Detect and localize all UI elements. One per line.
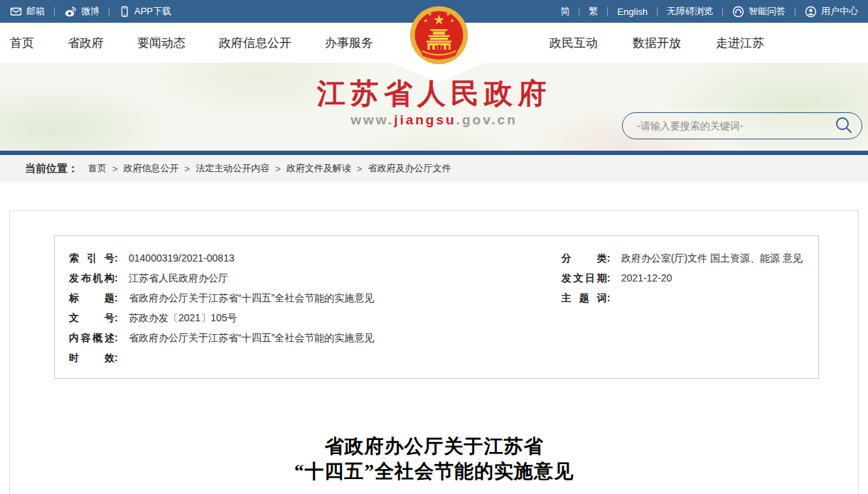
lang-simplified-link[interactable]: 简 bbox=[560, 5, 569, 18]
mail-label: 邮箱 bbox=[26, 5, 45, 18]
weibo-label: 微博 bbox=[81, 5, 100, 18]
mail-icon bbox=[10, 6, 22, 17]
meta-colon: : bbox=[607, 268, 611, 288]
meta-label: 发布机构 bbox=[69, 268, 114, 288]
weibo-icon bbox=[64, 6, 77, 17]
meta-label: 内容概述 bbox=[69, 328, 114, 348]
nav-item-provincial-gov[interactable]: 省政府 bbox=[68, 35, 104, 51]
breadcrumb-label: 当前位置： bbox=[25, 162, 78, 176]
smart-qa-icon bbox=[732, 6, 744, 18]
meta-colon: : bbox=[114, 308, 118, 328]
breadcrumb-item-info-disclosure[interactable]: 政府信息公开 bbox=[124, 162, 179, 175]
search-box bbox=[622, 112, 862, 139]
content-box: 索引号: 014000319/2021-00813 分类: 政府办公室(厅)文件… bbox=[9, 210, 859, 494]
meta-label: 标题 bbox=[69, 288, 114, 308]
document-title-line1: 省政府办公厅关于江苏省 bbox=[10, 434, 858, 459]
accessibility-link[interactable]: 无障碍浏览 bbox=[667, 5, 713, 18]
divider bbox=[657, 7, 658, 16]
mail-link[interactable]: 邮箱 bbox=[10, 5, 45, 18]
meta-value: 014000319/2021-00813 bbox=[126, 248, 562, 268]
breadcrumb-item-gov-documents[interactable]: 政府文件及解读 bbox=[286, 162, 351, 175]
meta-value: 政府办公室(厅)文件 国土资源、能源 意见 bbox=[618, 248, 804, 268]
nav-item-news[interactable]: 要闻动态 bbox=[137, 35, 186, 51]
document-title: 省政府办公厅关于江苏省 “十四五”全社会节能的实施意见 bbox=[10, 434, 858, 484]
lang-english-link[interactable]: English bbox=[617, 6, 648, 17]
divider bbox=[109, 7, 109, 16]
meta-row-validity: 时效: bbox=[69, 348, 562, 367]
meta-value: 省政府办公厅关于江苏省“十四五”全社会节能的实施意见 bbox=[126, 328, 562, 348]
breadcrumb: 当前位置： 首页 > 政府信息公开 > 法定主动公开内容 > 政府文件及解读 >… bbox=[0, 155, 868, 182]
app-download-label: APP下载 bbox=[134, 5, 171, 18]
nav-item-info-disclosure[interactable]: 政府信息公开 bbox=[219, 35, 291, 51]
meta-colon: : bbox=[114, 288, 118, 308]
nav-item-about-jiangsu[interactable]: 走进江苏 bbox=[716, 35, 764, 51]
meta-colon: : bbox=[114, 248, 118, 268]
nav-right-group: 政民互动 数据开放 走进江苏 bbox=[550, 23, 764, 63]
meta-colon: : bbox=[607, 248, 611, 268]
meta-colon: : bbox=[114, 328, 118, 348]
meta-label: 发文日期 bbox=[562, 268, 607, 288]
meta-label: 主题词 bbox=[562, 288, 607, 308]
breadcrumb-item-statutory-content[interactable]: 法定主动公开内容 bbox=[195, 162, 269, 175]
meta-row-issue-date: 发文日期: 2021-12-20 bbox=[562, 268, 804, 288]
search-input[interactable] bbox=[637, 120, 835, 131]
nav-item-interaction[interactable]: 政民互动 bbox=[550, 35, 598, 51]
breadcrumb-item-office-files[interactable]: 省政府及办公厅文件 bbox=[368, 162, 451, 175]
breadcrumb-item-home[interactable]: 首页 bbox=[88, 162, 107, 175]
meta-row-content-summary: 内容概述: 省政府办公厅关于江苏省“十四五”全社会节能的实施意见 bbox=[69, 328, 562, 348]
breadcrumb-separator: > bbox=[185, 163, 191, 174]
meta-colon: : bbox=[607, 288, 611, 308]
meta-row-issuing-agency: 发布机构: 江苏省人民政府办公厅 bbox=[69, 268, 562, 288]
search-button[interactable] bbox=[835, 116, 853, 136]
meta-value: 苏政办发〔2021〕105号 bbox=[126, 308, 562, 328]
nav-left-group: 首页 省政府 要闻动态 政府信息公开 办事服务 bbox=[10, 23, 373, 63]
meta-value: 2021-12-20 bbox=[618, 268, 804, 288]
divider bbox=[795, 7, 795, 16]
meta-colon: : bbox=[114, 348, 118, 367]
meta-row-title: 标题: 省政府办公厅关于江苏省“十四五”全社会节能的实施意见 bbox=[69, 288, 562, 308]
page: 邮箱 微博 APP下载 简 繁 English bbox=[0, 0, 868, 494]
meta-colon: : bbox=[114, 268, 118, 288]
document-meta-table: 索引号: 014000319/2021-00813 分类: 政府办公室(厅)文件… bbox=[54, 235, 819, 379]
meta-label: 文号 bbox=[69, 308, 114, 328]
user-center-label: 用户中心 bbox=[821, 5, 858, 18]
breadcrumb-separator: > bbox=[275, 163, 281, 174]
divider bbox=[722, 7, 723, 16]
weibo-link[interactable]: 微博 bbox=[64, 5, 100, 18]
divider bbox=[607, 7, 608, 16]
national-emblem bbox=[409, 5, 469, 65]
smart-qa-link[interactable]: 智能问答 bbox=[732, 5, 786, 18]
topbar-left-group: 邮箱 微博 APP下载 bbox=[10, 5, 171, 18]
user-icon bbox=[805, 6, 817, 18]
lang-traditional-link[interactable]: 繁 bbox=[589, 5, 598, 18]
meta-row-index-number: 索引号: 014000319/2021-00813 bbox=[69, 248, 562, 268]
meta-label: 索引号 bbox=[69, 248, 114, 268]
document-title-line2: “十四五”全社会节能的实施意见 bbox=[10, 459, 858, 484]
smart-qa-label: 智能问答 bbox=[749, 5, 786, 18]
breadcrumb-separator: > bbox=[357, 163, 363, 174]
app-download-link[interactable]: APP下载 bbox=[119, 5, 171, 18]
topbar-right-group: 简 繁 English 无障碍浏览 智能问答 用户中心 bbox=[560, 5, 858, 18]
breadcrumb-separator: > bbox=[112, 163, 118, 174]
nav-item-home[interactable]: 首页 bbox=[10, 35, 34, 51]
meta-row-document-number: 文号: 苏政办发〔2021〕105号 bbox=[69, 308, 562, 328]
meta-value: 省政府办公厅关于江苏省“十四五”全社会节能的实施意见 bbox=[126, 288, 562, 308]
meta-row-category: 分类: 政府办公室(厅)文件 国土资源、能源 意见 bbox=[562, 248, 804, 268]
phone-icon bbox=[119, 6, 130, 18]
divider bbox=[579, 7, 579, 16]
meta-label: 分类 bbox=[562, 248, 607, 268]
user-center-link[interactable]: 用户中心 bbox=[805, 5, 858, 18]
divider bbox=[54, 7, 55, 16]
meta-row-subject-words: 主题词: bbox=[562, 288, 804, 308]
nav-item-open-data[interactable]: 数据开放 bbox=[633, 35, 681, 51]
meta-label: 时效 bbox=[69, 348, 114, 367]
nav-item-services[interactable]: 办事服务 bbox=[325, 35, 373, 51]
meta-value: 江苏省人民政府办公厅 bbox=[126, 268, 562, 288]
search-icon bbox=[835, 116, 853, 136]
